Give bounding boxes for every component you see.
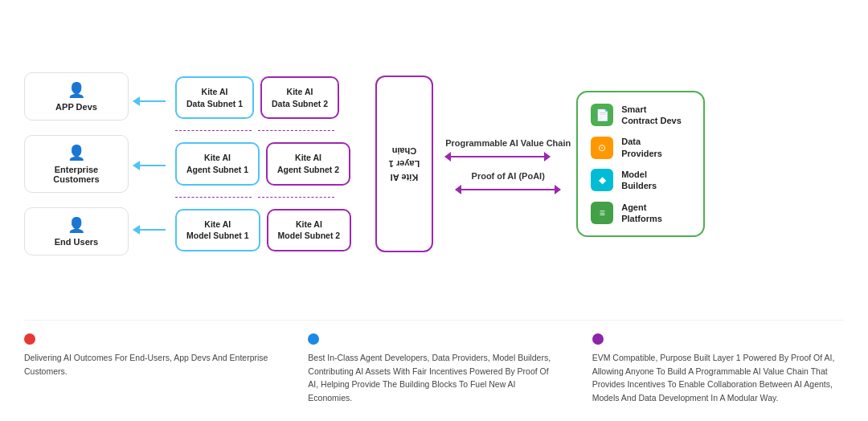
dashed-spacer-1: [175, 130, 351, 131]
smart-contract-icon: 📄: [591, 104, 613, 126]
user-box-enterprise: 👤 Enterprise Customers: [24, 135, 129, 193]
model-builders-label: ModelBuilders: [621, 169, 657, 192]
stakeholder-smart-contract: 📄 SmartContract Devs: [591, 104, 690, 127]
subnets-area: Kite AI Data Subnet 1 Kite AI Data Subne…: [175, 76, 351, 251]
bottom-text-3: EVM Compatible, Purpose Built Layer 1 Po…: [592, 351, 844, 405]
user-box-app-devs: 👤 APP Devs: [24, 72, 129, 121]
subnet-box-agent1: Kite AI Agent Subnet 1: [175, 142, 260, 185]
bottom-col-3: EVM Compatible, Purpose Built Layer 1 Po…: [592, 333, 844, 405]
user-label-end-users: End Users: [55, 237, 98, 247]
agent-platforms-icon: ≡: [591, 202, 613, 224]
arrow-line-1: [133, 100, 166, 102]
value-chain-label: Programmable AI Value Chain: [445, 137, 571, 149]
stakeholder-agent-platforms: ≡ AgentPlatforms: [591, 202, 690, 225]
bottom-text-2: Best In-Class Agent Developers, Data Pro…: [308, 351, 559, 405]
bottom-text-1: Delivering AI Outcomes For End-Users, Ap…: [24, 351, 276, 378]
user-label-enterprise: Enterprise Customers: [36, 165, 117, 184]
model-builders-icon: ◆: [591, 169, 613, 191]
proof-section: Proof of AI (PoAI): [456, 170, 560, 190]
bottom-dot-1: [24, 333, 35, 345]
arrow-line-3: [133, 229, 166, 231]
dashed-spacer-2: [175, 197, 351, 198]
left-arrows: [133, 73, 166, 255]
arrow-line-2: [133, 165, 166, 166]
proof-label: Proof of AI (PoAI): [456, 170, 560, 182]
main-container: 👤 APP Devs 👤 Enterprise Customers 👤 End …: [0, 0, 868, 421]
bottom-col-1: Delivering AI Outcomes For End-Users, Ap…: [24, 333, 276, 405]
middle-labels: Programmable AI Value Chain Proof of AI …: [440, 129, 576, 199]
arrow-to-app-devs: [133, 76, 166, 126]
arrow-to-end-users: [133, 205, 166, 255]
user-label-app-devs: APP Devs: [55, 102, 97, 112]
left-users: 👤 APP Devs 👤 Enterprise Customers 👤 End …: [24, 72, 129, 255]
stakeholders-box: 📄 SmartContract Devs ⊙ DataProviders ◆ M…: [576, 91, 705, 237]
stakeholder-data-providers: ⊙ DataProviders: [591, 136, 690, 159]
smart-contract-label: SmartContract Devs: [621, 104, 682, 127]
diagram-area: 👤 APP Devs 👤 Enterprise Customers 👤 End …: [24, 16, 844, 312]
arrow-to-enterprise: [133, 141, 166, 190]
subnet-box-agent2: Kite AI Agent Subnet 2: [266, 142, 350, 185]
subnet-box-data1: Kite AI Data Subnet 1: [175, 76, 254, 119]
subnet-box-model1: Kite AI Model Subnet 1: [175, 209, 260, 251]
col2-data: Kite AI Data Subnet 2: [260, 76, 339, 119]
subnet-row-agent: Kite AI Agent Subnet 1 Kite AI Agent Sub…: [175, 142, 351, 185]
subnet-row-data: Kite AI Data Subnet 1 Kite AI Data Subne…: [175, 76, 351, 119]
bottom-dot-3: [592, 333, 604, 345]
subnet-row-model: Kite AI Model Subnet 1 Kite AI Model Sub…: [175, 209, 351, 251]
subnet-box-model2: Kite AI Model Subnet 2: [267, 209, 352, 251]
stakeholder-model-builders: ◆ ModelBuilders: [591, 169, 690, 192]
layer1-chain-box: Kite AI Layer 1 Chain: [375, 76, 433, 252]
agent-platforms-label: AgentPlatforms: [621, 202, 662, 225]
subnet-box-data2: Kite AI Data Subnet 2: [260, 76, 339, 119]
bottom-dot-2: [308, 333, 319, 345]
bottom-descriptions: Delivering AI Outcomes For End-Users, Ap…: [24, 320, 844, 405]
value-chain-arrow: [445, 156, 550, 157]
user-icon-enterprise: 👤: [68, 144, 85, 161]
proof-arrow: [456, 189, 560, 190]
bottom-col-2: Best In-Class Agent Developers, Data Pro…: [308, 333, 559, 405]
user-icon-end-users: 👤: [68, 216, 85, 234]
data-providers-icon: ⊙: [591, 137, 613, 159]
value-chain-section: Programmable AI Value Chain: [445, 137, 571, 157]
data-providers-label: DataProviders: [621, 136, 662, 159]
user-box-end-users: 👤 End Users: [24, 207, 129, 255]
user-icon-app-devs: 👤: [68, 81, 85, 99]
col1-data: Kite AI Data Subnet 1: [175, 76, 254, 119]
